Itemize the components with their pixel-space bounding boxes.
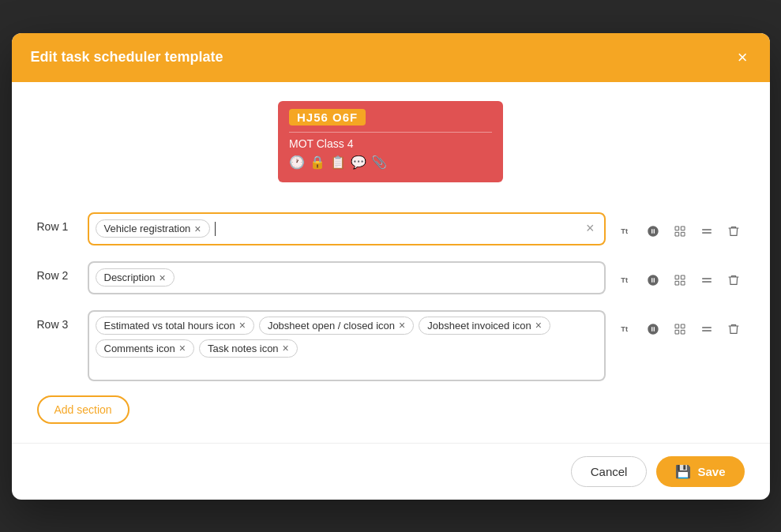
- tag-jobsheet-open-closed: Jobsheet open / closed icon ×: [259, 317, 414, 335]
- tag-task-notes: Task notes icon ×: [199, 339, 298, 358]
- row-1-paint-button[interactable]: [642, 220, 664, 242]
- text-format-icon: Tt: [620, 225, 633, 238]
- row-2-text-format-button[interactable]: Tt: [615, 269, 637, 291]
- save-icon: 💾: [675, 464, 691, 479]
- text-format-icon: Tt: [620, 323, 633, 335]
- tag-remove-jobsheet-open[interactable]: ×: [399, 320, 405, 331]
- row-2-equals-button[interactable]: [696, 269, 718, 291]
- row-3-actions: Tt: [615, 310, 745, 340]
- card-divider: [289, 132, 492, 133]
- tag-remove-jobsheet-invoiced[interactable]: ×: [535, 320, 542, 331]
- document-icon: 📋: [330, 155, 346, 170]
- clear-row-1-button[interactable]: ×: [583, 220, 598, 237]
- row-3-delete-button[interactable]: [723, 318, 745, 340]
- tag-label: Vehicle registration: [104, 223, 191, 234]
- paint-icon: [647, 323, 659, 335]
- text-cursor: [215, 222, 216, 236]
- add-section-button[interactable]: Add section: [37, 395, 130, 424]
- row-2: Row 2 Description × Tt: [37, 253, 745, 302]
- tag-remove-task-notes[interactable]: ×: [283, 343, 289, 354]
- modal-title: Edit task scheduler template: [31, 49, 223, 66]
- equals-icon: [700, 225, 713, 238]
- tag-remove-estimated[interactable]: ×: [239, 320, 246, 331]
- preview-container: HJ56 O6F MOT Class 4 🕐 🔒 📋 💬 📎: [37, 101, 745, 182]
- modal-footer: Cancel 💾 Save: [12, 443, 770, 500]
- tag-label: Comments icon: [104, 343, 175, 354]
- row-2-grid-button[interactable]: [669, 269, 691, 291]
- tag-remove-description[interactable]: ×: [160, 272, 166, 283]
- tag-label: Estimated vs total hours icon: [104, 320, 235, 332]
- modal: Edit task scheduler template × HJ56 O6F …: [12, 33, 770, 500]
- tag-label: Task notes icon: [208, 343, 279, 354]
- equals-icon: [700, 274, 713, 287]
- card-icons: 🕐 🔒 📋 💬 📎: [289, 155, 492, 170]
- row-2-actions: Tt: [615, 261, 745, 291]
- row-1-grid-button[interactable]: [669, 220, 691, 242]
- row-3-input-area: Estimated vs total hours icon × Jobsheet…: [88, 310, 606, 381]
- row-1-actions: Tt: [615, 212, 745, 242]
- grid-icon: [674, 323, 686, 335]
- tag-estimated-vs-total-hours: Estimated vs total hours icon ×: [96, 317, 254, 335]
- rows-section: Row 1 Vehicle registration × ×: [37, 204, 745, 389]
- tag-remove-comments[interactable]: ×: [179, 343, 186, 354]
- tag-label: Jobsheet open / closed icon: [268, 320, 395, 332]
- registration-badge: HJ56 O6F: [289, 109, 366, 126]
- row-1-delete-button[interactable]: [723, 220, 745, 242]
- row-1-label: Row 1: [37, 212, 78, 233]
- row-2-label: Row 2: [37, 261, 78, 282]
- lock-icon: 🔒: [310, 155, 325, 170]
- close-button[interactable]: ×: [734, 46, 751, 69]
- row-2-paint-button[interactable]: [642, 269, 664, 291]
- cancel-button[interactable]: Cancel: [571, 456, 648, 487]
- delete-icon: [727, 225, 740, 238]
- row-1-text-format-button[interactable]: Tt: [615, 220, 637, 242]
- tag-vehicle-registration: Vehicle registration ×: [96, 219, 210, 238]
- svg-text:Tt: Tt: [621, 325, 628, 333]
- paint-icon: [647, 225, 659, 238]
- chat-icon: 💬: [351, 155, 366, 170]
- tag-label: Description: [104, 272, 156, 283]
- paperclip-icon: 📎: [371, 155, 387, 170]
- row-3-grid-button[interactable]: [669, 318, 691, 340]
- task-card: HJ56 O6F MOT Class 4 🕐 🔒 📋 💬 📎: [278, 101, 503, 182]
- tag-jobsheet-invoiced: Jobsheet invoiced icon ×: [419, 317, 550, 335]
- row-2-tag-input[interactable]: Description ×: [88, 261, 606, 294]
- row-1-equals-button[interactable]: [696, 220, 718, 242]
- row-3-equals-button[interactable]: [696, 318, 718, 340]
- tag-description: Description ×: [96, 268, 175, 287]
- svg-text:Tt: Tt: [621, 276, 628, 284]
- row-2-delete-button[interactable]: [723, 269, 745, 291]
- delete-icon: [727, 274, 740, 287]
- backdrop: Edit task scheduler template × HJ56 O6F …: [0, 0, 781, 532]
- save-label: Save: [697, 465, 725, 478]
- delete-icon: [727, 323, 740, 335]
- equals-icon: [700, 323, 713, 335]
- grid-icon: [674, 225, 686, 238]
- row-2-input-area: Description ×: [88, 261, 606, 294]
- clock-icon: 🕐: [289, 155, 305, 170]
- grid-icon: [674, 274, 686, 287]
- row-3-paint-button[interactable]: [642, 318, 664, 340]
- row-3-label: Row 3: [37, 310, 78, 331]
- task-card-header: HJ56 O6F: [289, 109, 492, 126]
- svg-text:Tt: Tt: [621, 227, 628, 235]
- row-1-tag-input[interactable]: Vehicle registration × ×: [88, 212, 606, 245]
- row-3-text-format-button[interactable]: Tt: [615, 318, 637, 340]
- paint-icon: [647, 274, 659, 287]
- card-description: MOT Class 4: [289, 137, 492, 150]
- row-3-tag-input[interactable]: Estimated vs total hours icon × Jobsheet…: [88, 310, 606, 381]
- row-3: Row 3 Estimated vs total hours icon × Jo…: [37, 302, 745, 389]
- save-button[interactable]: 💾 Save: [656, 456, 744, 487]
- tag-remove-vehicle-registration[interactable]: ×: [194, 223, 201, 234]
- text-format-icon: Tt: [620, 274, 633, 287]
- modal-body: HJ56 O6F MOT Class 4 🕐 🔒 📋 💬 📎: [12, 82, 770, 443]
- tag-comments: Comments icon ×: [96, 339, 195, 358]
- modal-header: Edit task scheduler template ×: [12, 33, 770, 82]
- row-1-input-area: Vehicle registration × ×: [88, 212, 606, 245]
- row-1: Row 1 Vehicle registration × ×: [37, 204, 745, 253]
- tag-label: Jobsheet invoiced icon: [427, 320, 531, 332]
